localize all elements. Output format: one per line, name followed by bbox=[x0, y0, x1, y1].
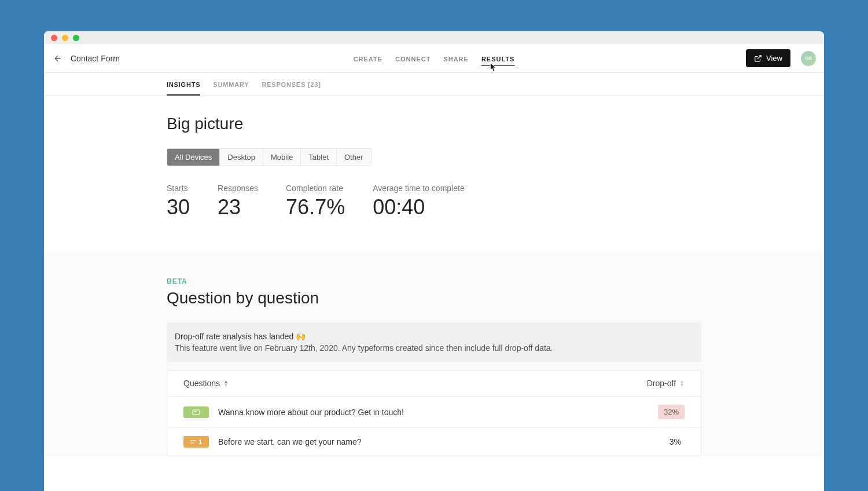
app-window: Contact Form CREATE CONNECT SHARE RESULT… bbox=[44, 31, 824, 491]
device-tablet[interactable]: Tablet bbox=[301, 149, 337, 166]
stat-responses: Responses 23 bbox=[218, 184, 258, 219]
questions-table: Questions ▲▼ Drop-off ▲▼ Wanna know more… bbox=[167, 370, 701, 456]
table-head: Questions ▲▼ Drop-off ▲▼ bbox=[167, 371, 701, 397]
nav-share[interactable]: SHARE bbox=[443, 45, 469, 72]
sort-icon: ▲▼ bbox=[223, 380, 229, 387]
dropoff-notice: Drop-off rate analysis has landed 🙌 This… bbox=[167, 323, 701, 362]
nav-results[interactable]: RESULTS bbox=[481, 45, 515, 72]
tab-responses[interactable]: RESPONSES [23] bbox=[262, 73, 321, 96]
stat-completion: Completion rate 76.7% bbox=[286, 184, 345, 219]
table-row[interactable]: Wanna know more about our product? Get i… bbox=[167, 397, 701, 428]
device-mobile[interactable]: Mobile bbox=[263, 149, 301, 166]
arrow-left-icon bbox=[53, 54, 62, 63]
tile-number: 1 bbox=[198, 439, 202, 445]
mac-titlebar bbox=[44, 31, 824, 44]
question-by-question-section: BETA Question by question Drop-off rate … bbox=[44, 252, 824, 456]
stat-value: 76.7% bbox=[286, 195, 345, 219]
stat-label: Completion rate bbox=[286, 184, 345, 193]
short-text-icon bbox=[190, 439, 196, 444]
stat-avgtime: Average time to complete 00:40 bbox=[373, 184, 465, 219]
avatar-initials: SB bbox=[805, 56, 812, 61]
external-link-icon bbox=[754, 54, 762, 63]
header-bar: Contact Form CREATE CONNECT SHARE RESULT… bbox=[44, 44, 824, 73]
window-minimize[interactable] bbox=[62, 35, 68, 41]
sort-icon: ▲▼ bbox=[679, 380, 685, 387]
beta-badge: BETA bbox=[167, 277, 701, 285]
question-type-tile bbox=[183, 406, 209, 418]
welcome-screen-icon bbox=[192, 409, 200, 415]
back-button[interactable] bbox=[50, 50, 66, 67]
avatar[interactable]: SB bbox=[801, 51, 816, 66]
content-scroll[interactable]: Big picture All Devices Desktop Mobile T… bbox=[44, 96, 824, 491]
stat-label: Average time to complete bbox=[373, 184, 465, 193]
device-desktop[interactable]: Desktop bbox=[220, 149, 263, 166]
form-title: Contact Form bbox=[71, 54, 120, 63]
device-filter: All Devices Desktop Mobile Tablet Other bbox=[167, 148, 372, 166]
column-dropoff[interactable]: Drop-off ▲▼ bbox=[647, 379, 685, 388]
question-text: Wanna know more about our product? Get i… bbox=[218, 408, 658, 417]
column-label: Drop-off bbox=[647, 379, 676, 388]
question-text: Before we start, can we get your name? bbox=[218, 437, 670, 446]
tab-summary[interactable]: SUMMARY bbox=[213, 73, 249, 96]
nav-create[interactable]: CREATE bbox=[354, 45, 382, 72]
notice-body: This feature went live on February 12th,… bbox=[175, 343, 693, 353]
sub-tabs: INSIGHTS SUMMARY RESPONSES [23] bbox=[44, 73, 824, 96]
table-row[interactable]: 1 Before we start, can we get your name?… bbox=[167, 428, 701, 456]
window-zoom[interactable] bbox=[73, 35, 79, 41]
column-label: Questions bbox=[183, 379, 220, 388]
qbq-title: Question by question bbox=[167, 289, 701, 307]
question-type-tile: 1 bbox=[183, 436, 209, 448]
column-questions[interactable]: Questions ▲▼ bbox=[183, 379, 647, 388]
dropoff-value: 3% bbox=[670, 437, 685, 446]
stats-row: Starts 30 Responses 23 Completion rate 7… bbox=[167, 184, 701, 219]
device-all[interactable]: All Devices bbox=[167, 149, 220, 166]
window-close[interactable] bbox=[51, 35, 57, 41]
notice-title: Drop-off rate analysis has landed 🙌 bbox=[175, 332, 693, 341]
tab-insights[interactable]: INSIGHTS bbox=[167, 73, 200, 96]
view-button[interactable]: View bbox=[746, 49, 790, 67]
stat-label: Responses bbox=[218, 184, 258, 193]
device-other[interactable]: Other bbox=[337, 149, 371, 166]
view-button-label: View bbox=[766, 54, 782, 63]
header-right: View SB bbox=[746, 49, 816, 67]
big-picture-section: Big picture All Devices Desktop Mobile T… bbox=[44, 96, 824, 252]
svg-rect-1 bbox=[194, 411, 196, 412]
stat-value: 30 bbox=[167, 195, 190, 219]
stat-starts: Starts 30 bbox=[167, 184, 190, 219]
nav-connect[interactable]: CONNECT bbox=[395, 45, 431, 72]
big-picture-title: Big picture bbox=[167, 115, 701, 133]
dropoff-value: 32% bbox=[658, 405, 685, 419]
stat-value: 00:40 bbox=[373, 195, 465, 219]
main-nav: CREATE CONNECT SHARE RESULTS bbox=[354, 45, 515, 72]
stat-value: 23 bbox=[218, 195, 258, 219]
stat-label: Starts bbox=[167, 184, 190, 193]
